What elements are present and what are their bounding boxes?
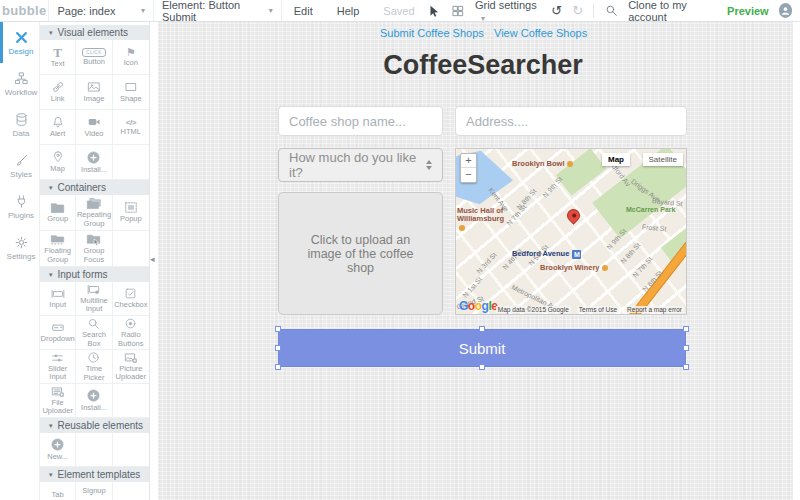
section-containers[interactable]: ▾ Containers [40, 180, 149, 195]
palette-item-input[interactable]: Input [40, 282, 76, 316]
preview-button[interactable]: Preview [727, 5, 769, 17]
palette-item-time-picker[interactable]: Time Picker [76, 350, 112, 384]
palette-item-tab[interactable]: Tab [40, 482, 76, 500]
poi-icon [602, 265, 608, 271]
nav-data[interactable]: Data [0, 104, 39, 145]
link-submit-coffee-shops[interactable]: Submit Coffee Shops [380, 27, 484, 39]
palette-item-repeating-group[interactable]: Repeating Group [76, 195, 112, 231]
cursor-tool-icon[interactable] [427, 3, 441, 19]
grid-icon[interactable] [451, 3, 465, 19]
search-icon[interactable] [604, 3, 618, 19]
palette-item-checkbox[interactable]: Checkbox [113, 282, 149, 316]
selection-handle[interactable] [683, 345, 689, 351]
palette-item-map[interactable]: Map [40, 145, 76, 180]
google-map[interactable]: Brooklyn Bowl Kent Ave Bedford Av Driggs… [455, 148, 687, 315]
palette-item-dropdown[interactable]: Dropdown [40, 316, 76, 350]
nav-design[interactable]: Design [0, 22, 39, 63]
selection-handle[interactable] [275, 364, 281, 370]
design-icon [14, 30, 29, 45]
image-upload-box[interactable]: Click to upload an image of the coffee s… [278, 192, 443, 315]
submit-button[interactable]: Submit [278, 329, 686, 367]
palette-item-group[interactable]: Group [40, 195, 76, 231]
palette-item-html[interactable]: </> HTML [113, 110, 149, 145]
database-icon [14, 112, 29, 127]
redo-icon: ↻ [572, 4, 583, 17]
grid-settings[interactable]: Grid settings ▾ [475, 0, 541, 23]
element-selector[interactable]: Element: Button Submit ▾ [154, 0, 282, 21]
selection-handle[interactable] [683, 326, 689, 332]
nav-styles[interactable]: Styles [0, 145, 39, 186]
help-menu[interactable]: Help [325, 5, 372, 17]
palette-item-icon[interactable]: ⚑ Icon [113, 40, 149, 75]
palette-item-file-uploader[interactable]: File Uploader [40, 384, 76, 418]
section-title: Input forms [58, 267, 108, 282]
palette-item-slider-input[interactable]: Slider Input [40, 350, 76, 384]
selection-handle[interactable] [275, 345, 281, 351]
map-label: McCarren Park [626, 206, 675, 213]
palette-item-group-focus[interactable]: Group Focus [76, 231, 112, 267]
page-selector[interactable]: Page: index ▾ [48, 0, 154, 21]
palette-empty-cell [113, 145, 149, 180]
palette-item-install[interactable]: Install... [76, 145, 112, 180]
terms-of-use-link[interactable]: Terms of Use [577, 306, 619, 313]
selection-handle[interactable] [683, 364, 689, 370]
link-icon [51, 80, 65, 94]
zoom-out-button[interactable]: − [461, 168, 476, 182]
clone-to-account[interactable]: Clone to my account [628, 0, 717, 23]
palette-item-multiline-input[interactable]: Multiline Input [76, 282, 112, 316]
bubble-logo[interactable]: bubble [0, 3, 48, 18]
zoom-in-button[interactable]: + [461, 154, 476, 168]
palette-item-video[interactable]: Video [76, 110, 112, 145]
map-type-button[interactable]: Map [602, 153, 630, 166]
selection-handle[interactable] [275, 326, 281, 332]
collapse-palette-icon[interactable]: ◂ [150, 254, 155, 264]
nav-plugins[interactable]: Plugins [0, 186, 39, 227]
nav-data-label: Data [13, 129, 30, 138]
selection-handle[interactable] [479, 326, 485, 332]
collapse-triangle-icon: ▾ [49, 180, 53, 195]
link-view-coffee-shops[interactable]: View Coffee Shops [494, 27, 587, 39]
palette-item-radio-buttons[interactable]: Radio Buttons [113, 316, 149, 350]
satellite-type-button[interactable]: Satellite [643, 153, 683, 166]
section-element-templates[interactable]: ▾ Element templates [40, 467, 149, 482]
palette-empty-cell [113, 384, 149, 418]
nav-workflow[interactable]: Workflow [0, 63, 39, 104]
palette-item-alert[interactable]: Alert [40, 110, 76, 145]
palette-item-install[interactable]: Install... [76, 384, 112, 418]
page-title[interactable]: CoffeeSearcher [278, 50, 688, 81]
coffee-shop-name-input[interactable] [278, 106, 443, 136]
map-attribution: Map data ©2015 Google Terms of Use Repor… [494, 305, 686, 314]
canvas-right-margin [793, 22, 800, 500]
palette-item-image[interactable]: Image [76, 75, 112, 110]
nav-settings[interactable]: Settings [0, 227, 39, 268]
palette-item-floating-group[interactable]: Floating Group [40, 231, 76, 267]
map-marker-pin[interactable] [564, 206, 582, 224]
rating-dropdown[interactable]: How much do you like it? [278, 148, 443, 182]
palette-item-text[interactable]: T Text [40, 40, 76, 75]
palette-item-link[interactable]: Link [40, 75, 76, 110]
map-label: Brooklyn Bowl [512, 159, 573, 168]
magnifier-icon [87, 317, 100, 330]
palette-item-search-box[interactable]: Search Box [76, 316, 112, 350]
section-reusable-elements[interactable]: ▾ Reusable elements [40, 418, 149, 433]
undo-icon[interactable]: ↺ [551, 4, 562, 17]
palette-empty-cell [113, 231, 149, 267]
address-input[interactable] [455, 106, 687, 136]
palette-item-picture-uploader[interactable]: Picture Uploader [113, 350, 149, 384]
section-visual-elements[interactable]: ▾ Visual elements [40, 25, 149, 40]
palette-item-popup[interactable]: Popup [113, 195, 149, 231]
map-label: N 8th St [619, 241, 641, 264]
edit-menu[interactable]: Edit [282, 5, 325, 17]
clock-icon [87, 351, 100, 364]
report-map-error-link[interactable]: Report a map error [625, 306, 684, 313]
palette-item-new[interactable]: New... [40, 433, 76, 467]
poi-icon [567, 161, 573, 167]
user-avatar[interactable] [779, 3, 792, 18]
section-input-forms[interactable]: ▾ Input forms [40, 267, 149, 282]
palette-item-shape[interactable]: Shape [113, 75, 149, 110]
palette-item-signup[interactable]: Signup [76, 482, 112, 500]
palette-item-button[interactable]: CLICK Button [76, 40, 112, 75]
plus-circle-icon [50, 437, 65, 452]
page-canvas[interactable]: Submit Coffee Shops View Coffee Shops Co… [158, 22, 793, 500]
selection-handle[interactable] [479, 364, 485, 370]
